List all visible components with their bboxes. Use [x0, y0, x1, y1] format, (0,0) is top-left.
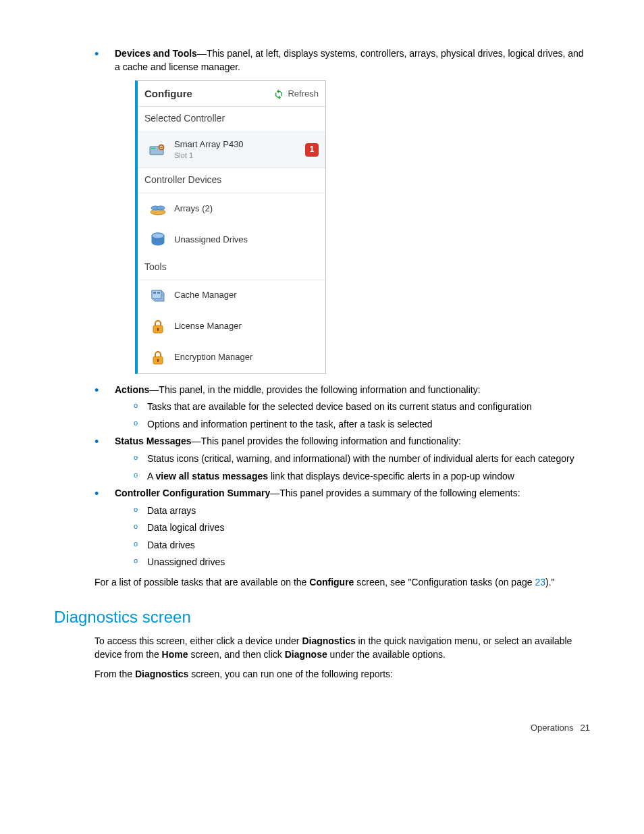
devices-tools-label: Devices and Tools: [115, 48, 197, 59]
actions-label: Actions: [115, 384, 149, 395]
ccs-text: —This panel provides a summary of the fo…: [270, 488, 520, 498]
svg-point-5: [151, 209, 165, 215]
svg-rect-10: [153, 292, 156, 294]
unassigned-label: Unassigned Drives: [174, 234, 248, 246]
svg-point-2: [159, 145, 164, 150]
svg-rect-4: [160, 148, 163, 149]
refresh-button[interactable]: Refresh: [273, 88, 319, 100]
diag-p1-a: To access this screen, either click a de…: [95, 635, 302, 646]
svg-rect-14: [157, 329, 159, 331]
tools-label: Tools: [138, 255, 325, 280]
diagnostics-heading: Diagnostics screen: [54, 606, 590, 629]
actions-sub-0: Tasks that are available for the selecte…: [134, 400, 590, 414]
diag-p1-e: screen, and then click: [188, 649, 285, 660]
unassigned-row[interactable]: Unassigned Drives: [138, 224, 325, 255]
footer-page: 21: [581, 722, 590, 734]
license-mgr-label: License Manager: [174, 320, 242, 332]
encryption-mgr-label: Encryption Manager: [174, 351, 252, 363]
bullet-ccs: Controller Configuration Summary—This pa…: [95, 487, 590, 569]
refresh-label: Refresh: [288, 88, 319, 100]
panel-header: Configure Refresh: [138, 81, 325, 107]
svg-point-9: [152, 233, 164, 238]
arrays-row[interactable]: Arrays (2): [138, 193, 325, 224]
configure-panel: Configure Refresh Selected Controller Sm…: [135, 80, 326, 373]
actions-text: —This panel, in the middle, provides the…: [149, 384, 480, 395]
refresh-icon: [273, 88, 285, 100]
diag-p1-g: under the available options.: [327, 649, 446, 660]
actions-sub-1: Options and information pertinent to the…: [134, 418, 590, 432]
ccs-sub-1: Data logical drives: [134, 521, 590, 535]
status-sub-1b: view all status messages: [155, 471, 268, 481]
panel-title: Configure: [144, 86, 192, 101]
page-footer: Operations 21: [54, 722, 590, 734]
controller-icon: [149, 141, 167, 159]
diag-p1: To access this screen, either click a de…: [95, 635, 590, 661]
status-text: —This panel provides the following infor…: [192, 436, 461, 446]
svg-rect-1: [151, 148, 155, 149]
arrays-label: Arrays (2): [174, 203, 213, 215]
diag-p1-d: Home: [162, 649, 188, 660]
diag-p2-a: From the: [95, 669, 135, 679]
selected-controller-label: Selected Controller: [138, 107, 325, 132]
cache-mgr-label: Cache Manager: [174, 289, 237, 301]
status-sub-0: Status icons (critical, warning, and inf…: [134, 452, 590, 466]
alert-badge: 1: [305, 143, 319, 157]
controller-text: Smart Array P430 Slot 1: [174, 138, 244, 161]
license-mgr-row[interactable]: License Manager: [138, 311, 325, 342]
svg-rect-17: [157, 360, 159, 362]
ccs-sub-0: Data arrays: [134, 504, 590, 518]
arrays-icon: [149, 200, 167, 217]
svg-rect-11: [157, 292, 160, 294]
cache-mgr-row[interactable]: Cache Manager: [138, 280, 325, 311]
diag-p1-b: Diagnostics: [302, 635, 355, 646]
ccs-label: Controller Configuration Summary: [115, 488, 270, 498]
bullet-actions: Actions—This panel, in the middle, provi…: [95, 384, 590, 432]
closing-a: For a list of possible tasks that are av…: [95, 577, 309, 588]
status-label: Status Messages: [115, 436, 192, 446]
ccs-sub-3: Unassigned drives: [134, 556, 590, 569]
page-link-23[interactable]: 23: [535, 577, 545, 588]
license-lock-icon: [149, 318, 167, 336]
footer-section: Operations: [531, 722, 574, 734]
svg-point-7: [157, 206, 165, 210]
closing-b: Configure: [309, 577, 354, 588]
controller-row[interactable]: Smart Array P430 Slot 1 1: [138, 132, 325, 169]
closing-d: ).": [545, 577, 555, 588]
controller-slot: Slot 1: [174, 151, 244, 161]
ccs-sub-2: Data drives: [134, 539, 590, 552]
bullet-status: Status Messages—This panel provides the …: [95, 435, 590, 483]
diag-p2: From the Diagnostics screen, you can run…: [95, 668, 590, 681]
diag-p2-c: screen, you can run one of the following…: [188, 669, 393, 679]
closing-para: For a list of possible tasks that are av…: [95, 576, 590, 590]
diag-p2-b: Diagnostics: [135, 669, 188, 679]
drive-icon: [149, 231, 167, 249]
status-sub-1: A view all status messages link that dis…: [134, 470, 590, 484]
status-sub-1c: link that displays device-specific alert…: [268, 471, 514, 481]
status-sub-1a: A: [147, 471, 155, 481]
closing-c: screen, see "Configuration tasks (on pag…: [354, 577, 535, 588]
encryption-lock-icon: [149, 349, 167, 367]
controller-name: Smart Array P430: [174, 139, 244, 149]
encryption-mgr-row[interactable]: Encryption Manager: [138, 342, 325, 373]
diag-p1-f: Diagnose: [285, 649, 327, 660]
cache-icon: [149, 287, 167, 305]
bullet-devices-tools: Devices and Tools—This panel, at left, d…: [95, 47, 590, 374]
controller-devices-label: Controller Devices: [138, 168, 325, 193]
svg-rect-3: [160, 146, 163, 147]
